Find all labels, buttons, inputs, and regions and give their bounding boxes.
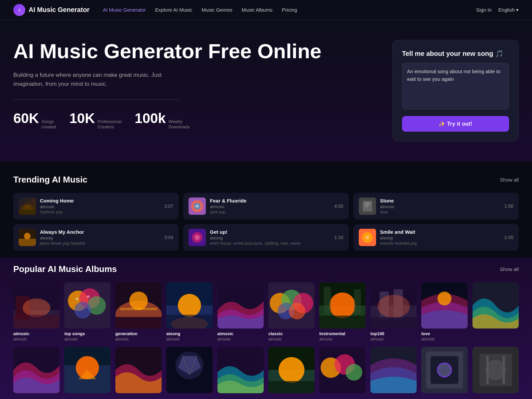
- album-cover-r2-3: [115, 347, 162, 393]
- album-name-8: top100: [370, 331, 417, 336]
- svg-rect-38: [120, 308, 157, 310]
- svg-rect-94: [502, 356, 505, 384]
- music-card-6[interactable]: Smile and Wait aisong melodic heartfelt …: [353, 224, 519, 251]
- svg-rect-62: [370, 317, 417, 329]
- album-item-r2-4[interactable]: [166, 347, 212, 396]
- sign-in-button[interactable]: Sign In: [476, 7, 492, 13]
- svg-rect-11: [365, 204, 370, 205]
- album-item-2[interactable]: top songs aimusic: [64, 282, 110, 341]
- albums-show-all[interactable]: Show all: [500, 266, 519, 272]
- album-name-6: classic: [268, 331, 315, 336]
- music-duration-4: 3:04: [164, 235, 173, 240]
- album-cover-r2-6: [268, 347, 315, 393]
- music-info-1: Coming Home aimusic rhythmic pop: [40, 198, 160, 214]
- svg-rect-93: [486, 356, 488, 384]
- album-cover-8: [370, 282, 417, 329]
- svg-point-53: [330, 293, 355, 319]
- album-cover-10: [472, 282, 519, 329]
- album-item-1[interactable]: aimusic aimusic: [13, 282, 60, 341]
- music-genre-5: witch house, soviet post-punk, uplifting…: [210, 241, 330, 246]
- album-name-3: generation: [115, 331, 162, 336]
- album-item-r2-7[interactable]: [319, 347, 365, 396]
- svg-point-89: [438, 363, 452, 377]
- svg-point-31: [74, 302, 91, 319]
- svg-point-2: [23, 204, 31, 209]
- svg-rect-37: [115, 317, 162, 329]
- album-name-7: Instrumental: [319, 331, 365, 336]
- album-item-3[interactable]: generation aimusic: [115, 282, 162, 341]
- album-cover-r2-9: [421, 347, 467, 393]
- music-info-6: Smile and Wait aisong melodic heartfelt …: [380, 229, 500, 246]
- stat-creators-number: 10K: [69, 110, 95, 126]
- hero-stats: 60K Songs created 10K Professional Creat…: [13, 110, 379, 130]
- card-title: Tell me about your new song 🎵: [402, 50, 509, 58]
- nav-link-pricing[interactable]: Pricing: [282, 7, 297, 13]
- album-item-r2-8[interactable]: [370, 347, 417, 396]
- stat-downloads-number: 100k: [135, 110, 166, 126]
- album-artist-7: aimusic: [319, 337, 365, 341]
- svg-rect-26: [13, 315, 60, 329]
- svg-point-15: [24, 233, 31, 239]
- album-item-10[interactable]: [472, 282, 519, 341]
- album-cover-2: [64, 282, 110, 329]
- nav-link-home[interactable]: AI Music Generator: [103, 7, 146, 13]
- music-thumb-3: [359, 198, 376, 215]
- album-item-r2-10[interactable]: [472, 347, 519, 396]
- album-item-7[interactable]: Instrumental aimusic: [319, 282, 365, 341]
- album-item-r2-9[interactable]: [421, 347, 467, 396]
- svg-rect-10: [365, 203, 370, 203]
- album-item-r2-6[interactable]: [268, 347, 315, 396]
- music-name-3: Stone: [380, 198, 500, 203]
- album-name-2: top songs: [64, 331, 110, 336]
- music-card-5[interactable]: Get up! aisong witch house, soviet post-…: [183, 224, 348, 251]
- svg-point-21: [365, 235, 369, 239]
- svg-point-25: [23, 299, 51, 317]
- album-artist-5: aimusic: [217, 337, 264, 341]
- trending-title: Trending AI Music: [13, 175, 87, 185]
- music-card-3[interactable]: Stone aimusic slow 1:56: [353, 193, 519, 219]
- nav-link-explore[interactable]: Explore AI Music: [155, 7, 193, 13]
- music-info-3: Stone aimusic slow: [380, 198, 500, 214]
- album-item-r2-3[interactable]: [115, 347, 162, 396]
- svg-rect-3: [19, 210, 36, 215]
- album-item-4[interactable]: aisong aimusic: [166, 282, 212, 341]
- album-item-r2-2[interactable]: [64, 347, 110, 396]
- music-artist-6: aisong: [380, 235, 500, 240]
- album-cover-r2-7: [319, 347, 365, 393]
- nav-link-albums[interactable]: Music Albums: [242, 7, 273, 13]
- albums-grid-row2: [13, 347, 519, 396]
- nav-link-genres[interactable]: Music Genres: [201, 7, 232, 13]
- album-cover-6: [268, 282, 315, 329]
- logo-link[interactable]: ♪ AI Music Generator: [13, 4, 89, 16]
- trending-section: Trending AI Music Show all: [0, 161, 532, 257]
- music-thumb-1: [19, 198, 36, 215]
- album-artist-4: aimusic: [166, 337, 212, 341]
- hero-left: AI Music Generator Free Online Building …: [13, 40, 379, 130]
- album-artist-1: aimusic: [13, 337, 60, 341]
- music-duration-2: 4:00: [334, 203, 343, 209]
- music-info-2: Fear & Fluoride aimusic dark pop: [210, 198, 330, 214]
- music-genre-6: melodic heartfelt pop: [380, 241, 500, 246]
- svg-point-36: [129, 292, 148, 310]
- music-name-1: Coming Home: [40, 198, 160, 203]
- trending-show-all[interactable]: Show all: [500, 177, 519, 183]
- stat-creators: 10K Professional Creators: [69, 110, 121, 130]
- music-card-4[interactable]: Always My Anchor aisong piano-driven pop…: [13, 224, 179, 251]
- music-duration-1: 3:07: [164, 203, 173, 209]
- music-card-2[interactable]: Fear & Fluoride aimusic dark pop 4:00: [183, 193, 348, 219]
- album-item-r2-5[interactable]: [217, 347, 264, 396]
- trending-header: Trending AI Music Show all: [13, 175, 519, 185]
- svg-rect-14: [19, 239, 36, 246]
- language-selector[interactable]: English ▾: [498, 7, 519, 13]
- album-item-6[interactable]: classic aimusic: [268, 282, 315, 341]
- svg-point-41: [178, 294, 201, 317]
- try-it-out-button[interactable]: ✨ Try it out!: [402, 116, 509, 132]
- music-name-6: Smile and Wait: [380, 229, 500, 235]
- song-description-input[interactable]: An emotional song about not being able t…: [402, 63, 509, 109]
- album-item-r2-1[interactable]: [13, 347, 60, 396]
- album-item-8[interactable]: top100 aimusic: [370, 282, 417, 341]
- navbar: ♪ AI Music Generator AI Music Generator …: [0, 0, 532, 20]
- music-card-1[interactable]: Coming Home aimusic rhythmic pop 3:07: [13, 193, 179, 219]
- album-item-5[interactable]: aimusic aimusic: [217, 282, 264, 341]
- album-item-9[interactable]: love aimusic: [421, 282, 467, 341]
